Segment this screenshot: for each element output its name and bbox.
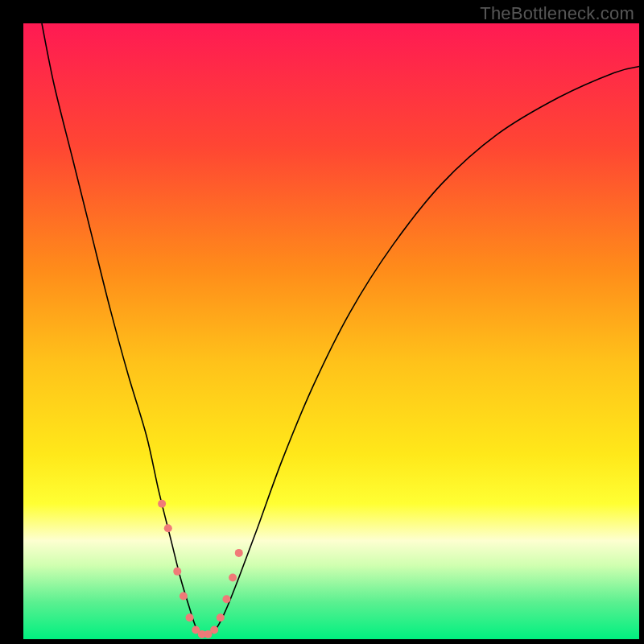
bottleneck-chart (23, 23, 639, 639)
bottleneck-marker (164, 524, 172, 532)
bottleneck-marker (173, 568, 181, 576)
bottleneck-marker (210, 626, 218, 634)
chart-frame: TheBottleneck.com (0, 0, 644, 644)
bottleneck-marker (222, 595, 230, 603)
bottleneck-marker (186, 613, 194, 621)
bottleneck-marker (158, 500, 166, 508)
watermark-text: TheBottleneck.com (480, 3, 634, 24)
bottleneck-marker (180, 592, 188, 600)
bottleneck-marker (217, 613, 225, 621)
bottleneck-marker (235, 549, 243, 557)
bottleneck-marker (229, 574, 237, 582)
